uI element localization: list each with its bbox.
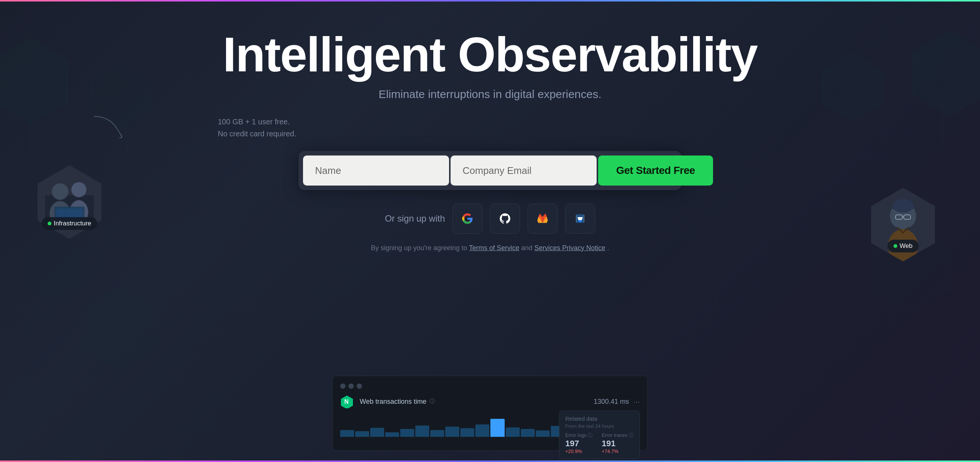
metric-error-traces-value: 191 (601, 439, 633, 448)
email-input[interactable] (450, 156, 597, 186)
top-border (0, 0, 980, 2)
dashboard-metric-title: Web transactions time ⓘ (360, 398, 435, 406)
related-metrics: Error logs ⓘ 197 +20.9% Error traces ⓘ 1… (565, 432, 633, 454)
window-dot-2 (348, 384, 354, 389)
terms-of-service-link[interactable]: Terms of Service (469, 244, 519, 252)
chart-bar (400, 429, 414, 437)
metric-error-traces-label: Error traces ⓘ (601, 432, 633, 439)
metric-error-logs-label: Error logs ⓘ (565, 432, 593, 439)
page-title: Intelligent Observability (223, 30, 757, 79)
signup-form: Get Started Free (299, 151, 681, 190)
chart-bar (370, 428, 384, 437)
status-dot-infrastructure (48, 221, 51, 225)
avatar-label-infrastructure: Infrastructure (54, 220, 91, 227)
free-note: 100 GB + 1 user free. No credit card req… (218, 116, 296, 140)
terms-text: By signing up you're agreeing to Terms o… (371, 244, 609, 252)
related-data-title: Related data (565, 416, 633, 422)
dashboard-header: N Web transactions time ⓘ 1300.41 ms ··· (340, 395, 640, 408)
bottom-border (0, 460, 980, 462)
dashboard-preview: N Web transactions time ⓘ 1300.41 ms ··· (332, 376, 648, 451)
chart-bar (445, 427, 459, 437)
chart-bar (506, 427, 520, 437)
chart-bar (415, 425, 429, 437)
chart-bar (430, 430, 444, 437)
google-signin-button[interactable] (452, 204, 482, 234)
info-icon: ⓘ (430, 398, 435, 405)
name-input[interactable] (303, 156, 449, 186)
free-note-line1: 100 GB + 1 user free. (218, 116, 296, 128)
gitlab-signin-button[interactable] (528, 204, 558, 234)
avatar-label-web: Web (900, 242, 913, 250)
svg-point-2 (52, 183, 68, 200)
svg-point-4 (72, 182, 86, 197)
more-options-icon[interactable]: ··· (633, 397, 640, 406)
svg-text:N: N (344, 398, 349, 405)
social-label: Or sign up with (385, 213, 445, 224)
chart-bar (355, 431, 369, 437)
nr-logo-icon: N (340, 395, 354, 408)
related-data-panel: Related data From the last 24 hours Erro… (559, 411, 640, 459)
chart-bar (385, 432, 399, 437)
main-content: Intelligent Observability Eliminate inte… (0, 0, 980, 252)
status-dot-web (894, 244, 897, 248)
page-subtitle: Eliminate interruptions in digital exper… (379, 88, 601, 101)
dashboard-metric-value: 1300.41 ms (593, 398, 629, 406)
privacy-notice-link[interactable]: Services Privacy Notice (534, 244, 605, 252)
github-signin-button[interactable] (490, 204, 520, 234)
metric-error-traces-change: +74.7% (601, 448, 633, 454)
svg-rect-11 (892, 205, 913, 209)
get-started-button[interactable]: Get Started Free (598, 156, 713, 186)
metric-error-logs-change: +20.9% (565, 448, 593, 454)
window-dot-3 (357, 384, 362, 389)
avatar-infrastructure: Infrastructure (38, 165, 101, 241)
window-dots (340, 384, 640, 389)
avatar-web: Web (871, 188, 935, 263)
window-dot-1 (340, 384, 345, 389)
metric-error-logs-value: 197 (565, 439, 593, 448)
metric-error-traces: Error traces ⓘ 191 +74.7% (601, 432, 633, 454)
related-data-subtitle: From the last 24 hours (565, 423, 633, 429)
bitbucket-signin-button[interactable] (565, 204, 595, 234)
dashboard-chart-area: Related data From the last 24 hours Erro… (340, 414, 640, 437)
chart-bar (521, 429, 535, 437)
chart-bar (536, 430, 550, 437)
social-signup: Or sign up with (385, 204, 595, 234)
chart-bar-highlight (490, 419, 504, 437)
free-note-line2: No credit card required. (218, 128, 296, 140)
chart-bar (460, 428, 474, 437)
metric-error-logs: Error logs ⓘ 197 +20.9% (565, 432, 593, 454)
chart-bar (476, 424, 489, 437)
chart-bar (340, 430, 354, 437)
